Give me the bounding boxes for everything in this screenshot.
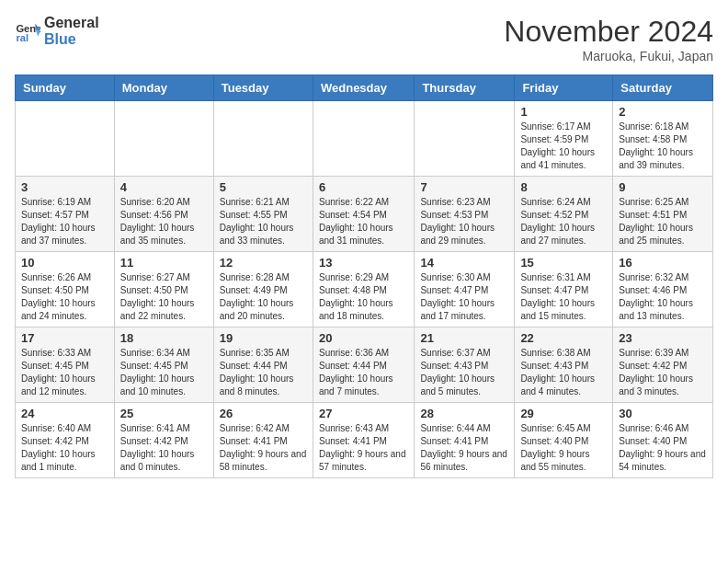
calendar-cell: 2Sunrise: 6:18 AM Sunset: 4:58 PM Daylig… [613, 101, 713, 177]
day-info: Sunrise: 6:24 AM Sunset: 4:52 PM Dayligh… [520, 196, 607, 247]
day-number: 1 [520, 105, 607, 119]
day-info: Sunrise: 6:32 AM Sunset: 4:46 PM Dayligh… [619, 271, 707, 323]
calendar-cell: 16Sunrise: 6:32 AM Sunset: 4:46 PM Dayli… [613, 252, 713, 327]
day-number: 13 [319, 256, 408, 270]
day-info: Sunrise: 6:23 AM Sunset: 4:53 PM Dayligh… [420, 196, 508, 247]
calendar-cell: 17Sunrise: 6:33 AM Sunset: 4:45 PM Dayli… [16, 327, 115, 403]
day-number: 5 [220, 180, 307, 194]
title-block: November 2024 Maruoka, Fukui, Japan [504, 15, 713, 63]
calendar-cell: 20Sunrise: 6:36 AM Sunset: 4:44 PM Dayli… [313, 327, 414, 403]
day-info: Sunrise: 6:27 AM Sunset: 4:50 PM Dayligh… [120, 271, 208, 323]
calendar-cell: 21Sunrise: 6:37 AM Sunset: 4:43 PM Dayli… [415, 327, 515, 403]
calendar-cell: 18Sunrise: 6:34 AM Sunset: 4:45 PM Dayli… [114, 327, 213, 403]
day-info: Sunrise: 6:43 AM Sunset: 4:41 PM Dayligh… [319, 422, 408, 474]
day-number: 6 [319, 180, 408, 194]
calendar-week-1: 1Sunrise: 6:17 AM Sunset: 4:59 PM Daylig… [16, 101, 713, 177]
day-info: Sunrise: 6:26 AM Sunset: 4:50 PM Dayligh… [21, 271, 108, 323]
day-number: 24 [21, 407, 108, 420]
calendar-week-2: 3Sunrise: 6:19 AM Sunset: 4:57 PM Daylig… [16, 177, 713, 252]
day-info: Sunrise: 6:30 AM Sunset: 4:47 PM Dayligh… [420, 271, 508, 323]
calendar-cell: 23Sunrise: 6:39 AM Sunset: 4:42 PM Dayli… [613, 327, 713, 403]
calendar-header-row: SundayMondayTuesdayWednesdayThursdayFrid… [16, 75, 713, 101]
calendar-cell: 1Sunrise: 6:17 AM Sunset: 4:59 PM Daylig… [515, 101, 613, 177]
calendar-cell: 30Sunrise: 6:46 AM Sunset: 4:40 PM Dayli… [613, 403, 713, 478]
calendar-cell [16, 101, 115, 177]
calendar-cell: 24Sunrise: 6:40 AM Sunset: 4:42 PM Dayli… [16, 403, 115, 478]
day-info: Sunrise: 6:35 AM Sunset: 4:44 PM Dayligh… [220, 347, 307, 398]
logo-text-blue: Blue [44, 31, 99, 48]
calendar-cell: 19Sunrise: 6:35 AM Sunset: 4:44 PM Dayli… [213, 327, 313, 403]
day-number: 27 [319, 407, 408, 420]
day-number: 23 [619, 331, 707, 345]
day-number: 18 [120, 331, 208, 345]
day-info: Sunrise: 6:20 AM Sunset: 4:56 PM Dayligh… [120, 196, 208, 247]
day-number: 2 [619, 105, 707, 119]
calendar-cell [114, 101, 213, 177]
calendar-cell: 3Sunrise: 6:19 AM Sunset: 4:57 PM Daylig… [16, 177, 115, 252]
day-info: Sunrise: 6:33 AM Sunset: 4:45 PM Dayligh… [21, 347, 108, 398]
day-info: Sunrise: 6:44 AM Sunset: 4:41 PM Dayligh… [420, 422, 508, 474]
day-number: 10 [21, 256, 108, 270]
calendar-cell: 27Sunrise: 6:43 AM Sunset: 4:41 PM Dayli… [313, 403, 414, 478]
day-info: Sunrise: 6:42 AM Sunset: 4:41 PM Dayligh… [220, 422, 307, 474]
day-number: 12 [220, 256, 307, 270]
logo: Gene ral General Blue [15, 15, 99, 47]
calendar-cell: 9Sunrise: 6:25 AM Sunset: 4:51 PM Daylig… [613, 177, 713, 252]
calendar-cell [313, 101, 414, 177]
day-number: 9 [619, 180, 707, 194]
column-header-tuesday: Tuesday [213, 75, 313, 101]
calendar-cell: 10Sunrise: 6:26 AM Sunset: 4:50 PM Dayli… [16, 252, 115, 327]
day-number: 4 [120, 180, 208, 194]
location: Maruoka, Fukui, Japan [504, 49, 713, 63]
logo-text-general: General [44, 15, 99, 31]
calendar-cell: 4Sunrise: 6:20 AM Sunset: 4:56 PM Daylig… [114, 177, 213, 252]
calendar-week-4: 17Sunrise: 6:33 AM Sunset: 4:45 PM Dayli… [16, 327, 713, 403]
day-number: 11 [120, 256, 208, 270]
day-info: Sunrise: 6:39 AM Sunset: 4:42 PM Dayligh… [619, 347, 707, 398]
calendar-cell: 25Sunrise: 6:41 AM Sunset: 4:42 PM Dayli… [114, 403, 213, 478]
calendar-cell: 12Sunrise: 6:28 AM Sunset: 4:49 PM Dayli… [213, 252, 313, 327]
calendar-cell: 22Sunrise: 6:38 AM Sunset: 4:43 PM Dayli… [515, 327, 613, 403]
day-number: 28 [420, 407, 508, 420]
calendar-cell: 26Sunrise: 6:42 AM Sunset: 4:41 PM Dayli… [213, 403, 313, 478]
column-header-friday: Friday [515, 75, 613, 101]
day-number: 22 [520, 331, 607, 345]
column-header-saturday: Saturday [613, 75, 713, 101]
day-number: 30 [619, 407, 707, 420]
day-number: 19 [220, 331, 307, 345]
day-number: 14 [420, 256, 508, 270]
day-info: Sunrise: 6:28 AM Sunset: 4:49 PM Dayligh… [220, 271, 307, 323]
calendar-cell: 28Sunrise: 6:44 AM Sunset: 4:41 PM Dayli… [415, 403, 515, 478]
day-number: 15 [520, 256, 607, 270]
day-info: Sunrise: 6:25 AM Sunset: 4:51 PM Dayligh… [619, 196, 707, 247]
day-number: 16 [619, 256, 707, 270]
day-info: Sunrise: 6:22 AM Sunset: 4:54 PM Dayligh… [319, 196, 408, 247]
day-number: 26 [220, 407, 307, 420]
calendar-week-3: 10Sunrise: 6:26 AM Sunset: 4:50 PM Dayli… [16, 252, 713, 327]
calendar-cell: 6Sunrise: 6:22 AM Sunset: 4:54 PM Daylig… [313, 177, 414, 252]
day-info: Sunrise: 6:36 AM Sunset: 4:44 PM Dayligh… [319, 347, 408, 398]
day-number: 21 [420, 331, 508, 345]
logo-icon: Gene ral [15, 18, 40, 44]
calendar-cell: 29Sunrise: 6:45 AM Sunset: 4:40 PM Dayli… [515, 403, 613, 478]
calendar-cell: 8Sunrise: 6:24 AM Sunset: 4:52 PM Daylig… [515, 177, 613, 252]
day-number: 29 [520, 407, 607, 420]
day-info: Sunrise: 6:21 AM Sunset: 4:55 PM Dayligh… [220, 196, 307, 247]
svg-text:ral: ral [16, 32, 28, 43]
month-title: November 2024 [504, 15, 713, 49]
column-header-thursday: Thursday [415, 75, 515, 101]
day-info: Sunrise: 6:31 AM Sunset: 4:47 PM Dayligh… [520, 271, 607, 323]
column-header-monday: Monday [114, 75, 213, 101]
calendar-cell [415, 101, 515, 177]
column-header-sunday: Sunday [16, 75, 115, 101]
calendar-cell [213, 101, 313, 177]
calendar-cell: 5Sunrise: 6:21 AM Sunset: 4:55 PM Daylig… [213, 177, 313, 252]
column-header-wednesday: Wednesday [313, 75, 414, 101]
day-info: Sunrise: 6:46 AM Sunset: 4:40 PM Dayligh… [619, 422, 707, 474]
day-info: Sunrise: 6:17 AM Sunset: 4:59 PM Dayligh… [520, 121, 607, 172]
page-header: Gene ral General Blue November 2024 Maru… [15, 15, 713, 63]
day-number: 20 [319, 331, 408, 345]
day-number: 3 [21, 180, 108, 194]
day-number: 7 [420, 180, 508, 194]
day-number: 8 [520, 180, 607, 194]
